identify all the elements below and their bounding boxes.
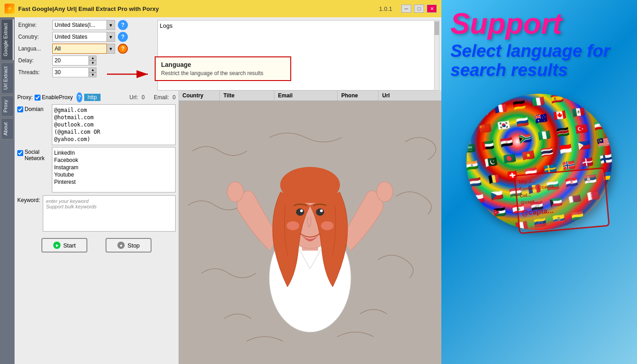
social-item: Youtube — [54, 171, 173, 178]
results-panel: Country Tilte Email Phone Url — [178, 91, 441, 364]
flag-cell: 🇪🇸 — [546, 94, 567, 108]
language-help-button[interactable]: ? — [118, 44, 128, 54]
social-item: Facebook — [54, 157, 173, 164]
stop-icon: ■ — [117, 242, 125, 249]
stop-button[interactable]: ■ Stop — [106, 238, 152, 253]
results-table-header: Country Tilte Email Phone Url — [179, 91, 441, 101]
language-dropdown-arrow[interactable]: ▼ — [107, 44, 115, 54]
social-item: Pinterest — [54, 178, 173, 186]
proxy-label: Proxy: — [17, 94, 33, 101]
domain-checkbox-input[interactable] — [17, 106, 23, 112]
start-button[interactable]: ▶ Start — [41, 238, 87, 253]
flag-cell: 🇸🇦 — [466, 139, 480, 158]
engine-input[interactable]: United States(I... — [52, 20, 107, 30]
language-input[interactable]: All — [52, 44, 107, 54]
domains-panel: Domian @gmail.com @hotmail.com @outlook.… — [17, 104, 176, 145]
flag-cell: 🇻🇳 — [518, 146, 539, 165]
tooltip-title: Language — [161, 61, 285, 68]
col-email: Email — [274, 91, 338, 101]
delay-row: Delay: 20 ▲ ▼ — [18, 56, 152, 66]
engine-label: Engine: — [18, 22, 52, 28]
flag-cell: 🇲🇾 — [593, 132, 612, 152]
email-label: Email: — [154, 94, 169, 101]
flag-cell: 🇮🇩 — [556, 139, 576, 158]
col-url: Url — [379, 91, 441, 101]
social-item: Instagram — [54, 164, 173, 171]
delay-decrement[interactable]: ▼ — [89, 61, 96, 66]
tooltip-arrow — [102, 67, 157, 81]
vertical-tabs: Google Extract Url Extract Proxy About — [0, 17, 15, 364]
social-list[interactable]: LinkedIn Facebook Instagram Youtube Pint… — [52, 147, 176, 192]
country-dropdown-arrow[interactable]: ▼ — [107, 32, 115, 42]
minimize-button[interactable]: ─ — [401, 5, 411, 13]
engine-help-button[interactable]: ? — [118, 20, 128, 30]
keyword-area: Keyword: enter your keyword Support bulk… — [17, 195, 176, 232]
flag-cell: 🇦🇪 — [478, 136, 498, 155]
threads-increment[interactable]: ▲ — [89, 67, 96, 72]
maximize-button[interactable]: □ — [414, 5, 424, 13]
flag-cell: 🇰🇷 — [493, 116, 514, 135]
flag-cell: 🇲🇽 — [568, 102, 589, 121]
threads-input[interactable]: 30 — [52, 67, 89, 77]
logs-header-label: Logs — [160, 22, 172, 29]
flag-cell: 🇷🇺 — [512, 112, 533, 131]
language-label: Langua... — [18, 46, 52, 52]
delay-input[interactable]: 20 — [52, 56, 89, 66]
tab-about[interactable]: About — [1, 118, 14, 140]
middle-section: Proxy: EnableProxy ? http Url: 0 Email: … — [15, 91, 441, 364]
country-row: Conutry: United States ▼ ? — [18, 32, 152, 42]
flag-cell: 🇮🇱 — [471, 206, 491, 225]
flag-cell: 🇹🇷 — [571, 119, 592, 138]
col-country: Country — [179, 91, 220, 101]
keyword-textarea[interactable]: enter your keyword Support bulk keywords — [43, 195, 176, 232]
flag-cell: 🇦🇷 — [587, 99, 607, 118]
domains-list[interactable]: @gmail.com @hotmail.com @outlook.com (@g… — [52, 104, 176, 145]
engine-dropdown-arrow[interactable]: ▼ — [107, 20, 115, 30]
flag-cell: 🇰🇪 — [552, 122, 573, 142]
logs-scroll-thumb[interactable] — [435, 21, 439, 35]
domain-checkbox[interactable]: Domian — [17, 106, 49, 112]
window-controls: ─ □ ✕ — [401, 5, 437, 13]
svg-point-11 — [320, 209, 323, 212]
proxy-checkbox-input[interactable] — [35, 95, 40, 101]
tab-proxy[interactable]: Proxy — [1, 96, 14, 116]
flag-cell: 🇳🇬 — [534, 126, 554, 145]
app-window: ⚡ Fast Google|Any Url| Email Extract Pro… — [0, 0, 441, 364]
language-row: Langua... All ▼ ? — [18, 44, 152, 54]
window-title: Fast Google|Any Url| Email Extract Pro w… — [18, 5, 379, 12]
delay-increment[interactable]: ▲ — [89, 56, 96, 61]
results-body — [179, 101, 441, 364]
url-count: 0 — [142, 94, 145, 101]
flag-cell: 🇧🇪 — [484, 169, 504, 188]
logs-scrollbar[interactable] — [434, 20, 440, 91]
svg-point-10 — [300, 209, 303, 212]
start-icon: ▶ — [53, 242, 61, 249]
title-bar: ⚡ Fast Google|Any Url| Email Extract Pro… — [0, 0, 441, 17]
stop-label: Stop — [127, 242, 140, 249]
proxy-row: Proxy: EnableProxy ? http Url: 0 Email: … — [17, 92, 176, 102]
flag-cell: 🇧🇩 — [499, 149, 520, 168]
enable-proxy-checkbox[interactable]: EnableProxy — [35, 94, 73, 101]
social-network-checkbox[interactable]: Social Network — [17, 149, 49, 162]
window-version: 1.0.1 — [379, 5, 392, 12]
app-body: Google Extract Url Extract Proxy About E… — [0, 17, 441, 364]
country-help-button[interactable]: ? — [118, 32, 128, 42]
close-button[interactable]: ✕ — [427, 5, 437, 13]
proxy-help-button[interactable]: ? — [76, 92, 82, 102]
promo-subtitle-line2: search results — [450, 61, 568, 80]
flag-cell: 🇵🇰 — [480, 152, 501, 172]
keyword-label: Keyword: — [17, 195, 40, 203]
social-checkbox-input[interactable] — [17, 150, 23, 156]
flag-cell: 🇨🇿 — [486, 186, 507, 205]
country-input[interactable]: United States — [52, 32, 107, 42]
tab-google-extract[interactable]: Google Extract — [1, 19, 14, 61]
domain-checkbox-label: Domian — [25, 106, 43, 112]
svg-point-3 — [227, 182, 243, 202]
contact-stamp: http://... Contact @capta... Col... @cap… — [514, 167, 610, 234]
tab-url-extract[interactable]: Url Extract — [1, 62, 14, 94]
flag-cell: 🇬🇧 — [472, 102, 492, 121]
url-label: Url: — [130, 94, 138, 101]
flag-cell: 🇮🇹 — [528, 94, 548, 111]
social-checkbox-label: Social Network — [25, 149, 49, 162]
threads-decrement[interactable]: ▼ — [89, 72, 96, 77]
